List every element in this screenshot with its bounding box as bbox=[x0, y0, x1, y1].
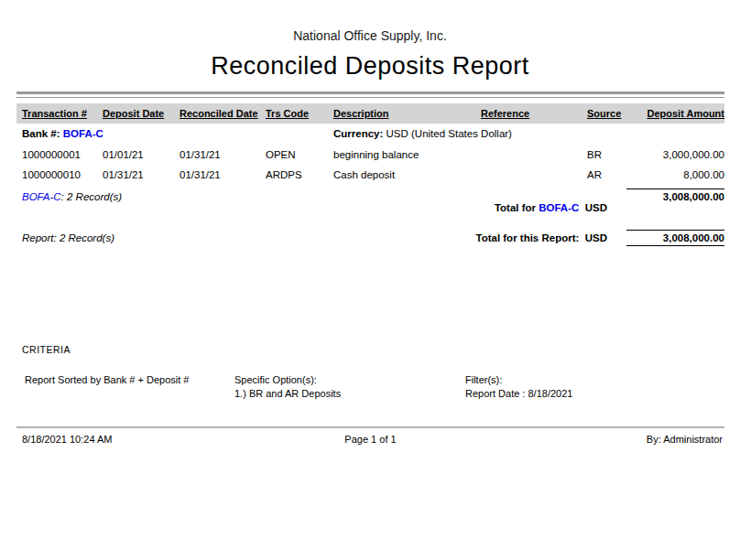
row-reconciled-date: 01/31/21 bbox=[180, 169, 266, 180]
criteria-options-label: Specific Option(s): bbox=[234, 373, 341, 387]
row-source: AR bbox=[587, 169, 636, 180]
row-amount: 8,000.00 bbox=[636, 169, 724, 180]
table-row: 1000000001 01/01/21 01/31/21 OPEN beginn… bbox=[16, 149, 724, 160]
col-header-source: Source bbox=[587, 108, 636, 119]
report-records-count: Report: 2 Record(s) bbox=[22, 232, 114, 243]
col-header-deposit-amount: Deposit Amount bbox=[636, 108, 724, 119]
criteria-filter-item: Report Date : 8/18/2021 bbox=[465, 387, 572, 401]
row-deposit-date: 01/01/21 bbox=[103, 149, 180, 160]
criteria-option-item: 1.) BR and AR Deposits bbox=[234, 387, 341, 401]
footer-rule bbox=[16, 426, 724, 428]
bank-records-link[interactable]: BOFA-C bbox=[22, 191, 61, 202]
table-row: 1000000010 01/31/21 01/31/21 ARDPS Cash … bbox=[16, 169, 724, 180]
col-header-reference: Reference bbox=[481, 108, 587, 119]
bank-total-amount: 3,008,000.00 bbox=[626, 188, 724, 202]
bank-label: Bank #: bbox=[22, 128, 60, 139]
row-reference bbox=[481, 169, 587, 180]
bank-group-row: Bank #: BOFA-C Currency: USD (United Sta… bbox=[16, 128, 724, 139]
row-trs-code: ARDPS bbox=[266, 169, 333, 180]
row-transaction: 1000000001 bbox=[22, 149, 103, 160]
bank-total-bank-link[interactable]: BOFA-C bbox=[539, 202, 579, 213]
table-header-row: Transaction # Deposit Date Reconciled Da… bbox=[16, 103, 724, 124]
row-deposit-date: 01/31/21 bbox=[103, 169, 180, 180]
top-rule-thin bbox=[16, 97, 724, 98]
row-description: Cash deposit bbox=[333, 169, 481, 180]
report-total-amount: 3,008,000.00 bbox=[626, 230, 724, 246]
criteria-filters-label: Filter(s): bbox=[465, 373, 572, 387]
col-header-deposit-date: Deposit Date bbox=[103, 108, 180, 119]
row-reconciled-date: 01/31/21 bbox=[180, 149, 266, 160]
row-reference bbox=[481, 149, 587, 160]
report-title: Reconciled Deposits Report bbox=[0, 52, 740, 81]
currency-value: USD (United States Dollar) bbox=[386, 128, 512, 139]
row-source: BR bbox=[587, 149, 636, 160]
col-header-trs-code: Trs Code bbox=[266, 108, 333, 119]
bank-total-row: BOFA-C: 2 Record(s) Total for BOFA-C USD… bbox=[16, 188, 724, 224]
footer-by-user: By: Administrator bbox=[647, 434, 723, 445]
col-header-reconciled-date: Reconciled Date bbox=[180, 108, 266, 119]
col-header-transaction: Transaction # bbox=[22, 108, 103, 119]
criteria-filters: Filter(s): Report Date : 8/18/2021 bbox=[465, 373, 572, 401]
col-header-description: Description bbox=[333, 108, 481, 119]
bank-total-label: Total for bbox=[495, 202, 539, 213]
row-description: beginning balance bbox=[333, 149, 481, 160]
currency-label: Currency: bbox=[333, 128, 383, 139]
row-amount: 3,000,000.00 bbox=[636, 149, 724, 160]
bank-records-count: : 2 Record(s) bbox=[61, 191, 122, 202]
company-name: National Office Supply, Inc. bbox=[0, 28, 740, 43]
criteria-sorted-by: Report Sorted by Bank # + Deposit # bbox=[25, 373, 189, 387]
footer-page-number: Page 1 of 1 bbox=[16, 434, 724, 445]
bank-value-link[interactable]: BOFA-C bbox=[63, 128, 103, 139]
report-total-label: Total for this Report: USD bbox=[475, 232, 607, 243]
report-page: National Office Supply, Inc. Reconciled … bbox=[0, 0, 740, 560]
row-transaction: 1000000010 bbox=[22, 169, 103, 180]
criteria-heading: CRITERIA bbox=[22, 344, 71, 355]
bank-total-currency: USD bbox=[579, 202, 607, 213]
criteria-options: Specific Option(s): 1.) BR and AR Deposi… bbox=[234, 373, 341, 401]
report-total-row: Report: 2 Record(s) Total for this Repor… bbox=[16, 230, 724, 246]
row-trs-code: OPEN bbox=[266, 149, 333, 160]
top-rule-thick bbox=[16, 92, 724, 94]
